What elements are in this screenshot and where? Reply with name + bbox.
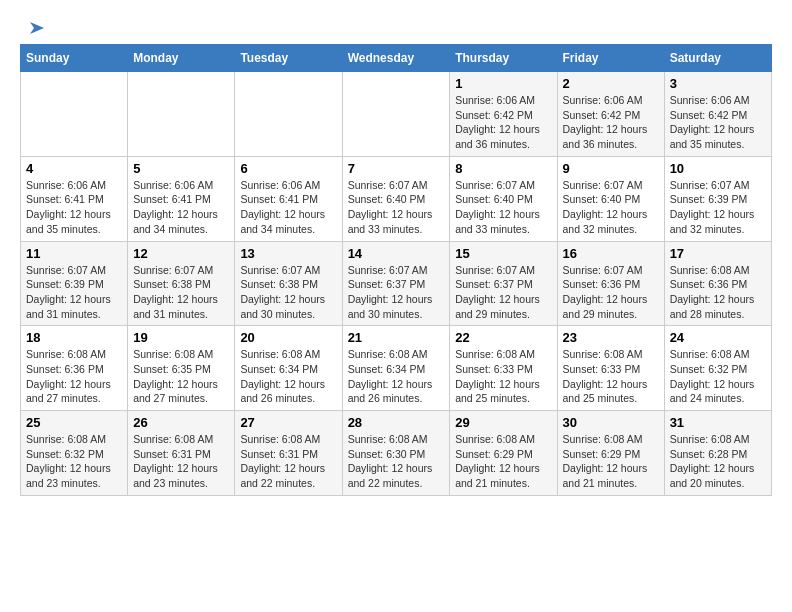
- calendar-cell: 27Sunrise: 6:08 AM Sunset: 6:31 PM Dayli…: [235, 411, 342, 496]
- day-info: Sunrise: 6:06 AM Sunset: 6:42 PM Dayligh…: [670, 93, 766, 152]
- day-info: Sunrise: 6:06 AM Sunset: 6:42 PM Dayligh…: [563, 93, 659, 152]
- day-info: Sunrise: 6:06 AM Sunset: 6:41 PM Dayligh…: [26, 178, 122, 237]
- week-row-3: 11Sunrise: 6:07 AM Sunset: 6:39 PM Dayli…: [21, 241, 772, 326]
- calendar-cell: 7Sunrise: 6:07 AM Sunset: 6:40 PM Daylig…: [342, 156, 450, 241]
- calendar-cell: 13Sunrise: 6:07 AM Sunset: 6:38 PM Dayli…: [235, 241, 342, 326]
- day-number: 11: [26, 246, 122, 261]
- calendar-cell: 4Sunrise: 6:06 AM Sunset: 6:41 PM Daylig…: [21, 156, 128, 241]
- day-info: Sunrise: 6:07 AM Sunset: 6:37 PM Dayligh…: [455, 263, 551, 322]
- day-info: Sunrise: 6:07 AM Sunset: 6:40 PM Dayligh…: [348, 178, 445, 237]
- day-number: 18: [26, 330, 122, 345]
- calendar-cell: 29Sunrise: 6:08 AM Sunset: 6:29 PM Dayli…: [450, 411, 557, 496]
- calendar-cell: 21Sunrise: 6:08 AM Sunset: 6:34 PM Dayli…: [342, 326, 450, 411]
- day-number: 24: [670, 330, 766, 345]
- calendar-cell: 6Sunrise: 6:06 AM Sunset: 6:41 PM Daylig…: [235, 156, 342, 241]
- day-number: 23: [563, 330, 659, 345]
- calendar-cell: 8Sunrise: 6:07 AM Sunset: 6:40 PM Daylig…: [450, 156, 557, 241]
- day-number: 22: [455, 330, 551, 345]
- day-number: 31: [670, 415, 766, 430]
- day-info: Sunrise: 6:08 AM Sunset: 6:29 PM Dayligh…: [455, 432, 551, 491]
- calendar-cell: [21, 72, 128, 157]
- calendar-cell: 22Sunrise: 6:08 AM Sunset: 6:33 PM Dayli…: [450, 326, 557, 411]
- weekday-header-tuesday: Tuesday: [235, 45, 342, 72]
- week-row-1: 1Sunrise: 6:06 AM Sunset: 6:42 PM Daylig…: [21, 72, 772, 157]
- day-info: Sunrise: 6:08 AM Sunset: 6:33 PM Dayligh…: [563, 347, 659, 406]
- calendar-cell: 23Sunrise: 6:08 AM Sunset: 6:33 PM Dayli…: [557, 326, 664, 411]
- day-info: Sunrise: 6:08 AM Sunset: 6:34 PM Dayligh…: [240, 347, 336, 406]
- day-number: 26: [133, 415, 229, 430]
- day-info: Sunrise: 6:08 AM Sunset: 6:36 PM Dayligh…: [670, 263, 766, 322]
- calendar-cell: 20Sunrise: 6:08 AM Sunset: 6:34 PM Dayli…: [235, 326, 342, 411]
- calendar-cell: [128, 72, 235, 157]
- day-number: 30: [563, 415, 659, 430]
- day-info: Sunrise: 6:08 AM Sunset: 6:36 PM Dayligh…: [26, 347, 122, 406]
- day-number: 8: [455, 161, 551, 176]
- weekday-header-wednesday: Wednesday: [342, 45, 450, 72]
- day-number: 3: [670, 76, 766, 91]
- calendar-table: SundayMondayTuesdayWednesdayThursdayFrid…: [20, 44, 772, 496]
- calendar-cell: [342, 72, 450, 157]
- logo-bird-icon: [22, 20, 44, 38]
- day-number: 25: [26, 415, 122, 430]
- day-number: 9: [563, 161, 659, 176]
- calendar-cell: 17Sunrise: 6:08 AM Sunset: 6:36 PM Dayli…: [664, 241, 771, 326]
- day-info: Sunrise: 6:07 AM Sunset: 6:38 PM Dayligh…: [240, 263, 336, 322]
- week-row-2: 4Sunrise: 6:06 AM Sunset: 6:41 PM Daylig…: [21, 156, 772, 241]
- calendar-cell: 9Sunrise: 6:07 AM Sunset: 6:40 PM Daylig…: [557, 156, 664, 241]
- week-row-4: 18Sunrise: 6:08 AM Sunset: 6:36 PM Dayli…: [21, 326, 772, 411]
- day-number: 7: [348, 161, 445, 176]
- day-number: 2: [563, 76, 659, 91]
- day-number: 27: [240, 415, 336, 430]
- day-info: Sunrise: 6:08 AM Sunset: 6:32 PM Dayligh…: [670, 347, 766, 406]
- week-row-5: 25Sunrise: 6:08 AM Sunset: 6:32 PM Dayli…: [21, 411, 772, 496]
- day-info: Sunrise: 6:07 AM Sunset: 6:39 PM Dayligh…: [26, 263, 122, 322]
- day-number: 1: [455, 76, 551, 91]
- logo: [20, 20, 44, 34]
- calendar-cell: 24Sunrise: 6:08 AM Sunset: 6:32 PM Dayli…: [664, 326, 771, 411]
- day-number: 29: [455, 415, 551, 430]
- calendar-cell: 25Sunrise: 6:08 AM Sunset: 6:32 PM Dayli…: [21, 411, 128, 496]
- day-number: 13: [240, 246, 336, 261]
- day-info: Sunrise: 6:08 AM Sunset: 6:31 PM Dayligh…: [240, 432, 336, 491]
- day-info: Sunrise: 6:08 AM Sunset: 6:29 PM Dayligh…: [563, 432, 659, 491]
- day-info: Sunrise: 6:06 AM Sunset: 6:41 PM Dayligh…: [240, 178, 336, 237]
- calendar-cell: 3Sunrise: 6:06 AM Sunset: 6:42 PM Daylig…: [664, 72, 771, 157]
- day-number: 28: [348, 415, 445, 430]
- day-number: 20: [240, 330, 336, 345]
- day-info: Sunrise: 6:08 AM Sunset: 6:34 PM Dayligh…: [348, 347, 445, 406]
- svg-marker-0: [30, 22, 44, 34]
- calendar-cell: 15Sunrise: 6:07 AM Sunset: 6:37 PM Dayli…: [450, 241, 557, 326]
- day-info: Sunrise: 6:07 AM Sunset: 6:40 PM Dayligh…: [563, 178, 659, 237]
- day-info: Sunrise: 6:08 AM Sunset: 6:32 PM Dayligh…: [26, 432, 122, 491]
- calendar-cell: 10Sunrise: 6:07 AM Sunset: 6:39 PM Dayli…: [664, 156, 771, 241]
- day-info: Sunrise: 6:07 AM Sunset: 6:38 PM Dayligh…: [133, 263, 229, 322]
- calendar-cell: [235, 72, 342, 157]
- day-number: 4: [26, 161, 122, 176]
- day-info: Sunrise: 6:06 AM Sunset: 6:42 PM Dayligh…: [455, 93, 551, 152]
- calendar-cell: 16Sunrise: 6:07 AM Sunset: 6:36 PM Dayli…: [557, 241, 664, 326]
- calendar-cell: 19Sunrise: 6:08 AM Sunset: 6:35 PM Dayli…: [128, 326, 235, 411]
- day-info: Sunrise: 6:07 AM Sunset: 6:36 PM Dayligh…: [563, 263, 659, 322]
- calendar-cell: 26Sunrise: 6:08 AM Sunset: 6:31 PM Dayli…: [128, 411, 235, 496]
- header: [20, 20, 772, 34]
- weekday-header-monday: Monday: [128, 45, 235, 72]
- day-number: 16: [563, 246, 659, 261]
- calendar-cell: 2Sunrise: 6:06 AM Sunset: 6:42 PM Daylig…: [557, 72, 664, 157]
- day-info: Sunrise: 6:07 AM Sunset: 6:37 PM Dayligh…: [348, 263, 445, 322]
- weekday-header-saturday: Saturday: [664, 45, 771, 72]
- day-info: Sunrise: 6:08 AM Sunset: 6:28 PM Dayligh…: [670, 432, 766, 491]
- day-info: Sunrise: 6:07 AM Sunset: 6:40 PM Dayligh…: [455, 178, 551, 237]
- day-info: Sunrise: 6:06 AM Sunset: 6:41 PM Dayligh…: [133, 178, 229, 237]
- day-info: Sunrise: 6:08 AM Sunset: 6:30 PM Dayligh…: [348, 432, 445, 491]
- calendar-cell: 1Sunrise: 6:06 AM Sunset: 6:42 PM Daylig…: [450, 72, 557, 157]
- calendar-cell: 30Sunrise: 6:08 AM Sunset: 6:29 PM Dayli…: [557, 411, 664, 496]
- calendar-cell: 5Sunrise: 6:06 AM Sunset: 6:41 PM Daylig…: [128, 156, 235, 241]
- calendar-cell: 18Sunrise: 6:08 AM Sunset: 6:36 PM Dayli…: [21, 326, 128, 411]
- weekday-header-sunday: Sunday: [21, 45, 128, 72]
- day-info: Sunrise: 6:08 AM Sunset: 6:33 PM Dayligh…: [455, 347, 551, 406]
- day-number: 10: [670, 161, 766, 176]
- day-info: Sunrise: 6:08 AM Sunset: 6:35 PM Dayligh…: [133, 347, 229, 406]
- calendar-cell: 11Sunrise: 6:07 AM Sunset: 6:39 PM Dayli…: [21, 241, 128, 326]
- day-number: 5: [133, 161, 229, 176]
- day-number: 6: [240, 161, 336, 176]
